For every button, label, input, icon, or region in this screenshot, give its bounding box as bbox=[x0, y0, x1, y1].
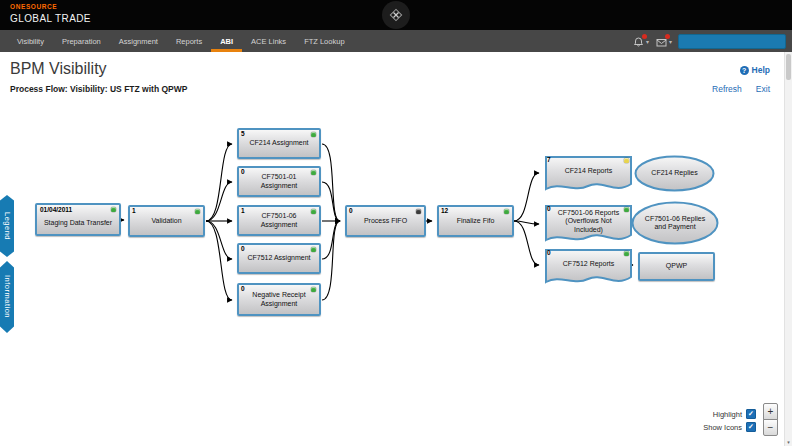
nav-item-assignment[interactable]: Assignment bbox=[110, 30, 167, 52]
flow-node-cf214-replies[interactable]: CF214 Replies bbox=[634, 155, 715, 192]
brand-logo: ONESOURCE GLOBAL TRADE bbox=[10, 4, 91, 24]
node-count: 1 bbox=[132, 207, 136, 214]
node-label: CF214 Assignment bbox=[239, 130, 319, 157]
alerts-button[interactable]: ▾ bbox=[632, 35, 649, 48]
scrollbar-thumb[interactable] bbox=[786, 54, 791, 80]
flow-node-validation[interactable]: 1 Validation bbox=[128, 205, 205, 237]
scroll-down-arrow-icon[interactable]: ▾ bbox=[785, 439, 792, 445]
main-navbar: Visibility Preparation Assignment Report… bbox=[0, 30, 792, 52]
node-count: 0 bbox=[241, 285, 245, 292]
node-count: 0 bbox=[349, 207, 353, 214]
brand-onesource: ONESOURCE bbox=[10, 4, 91, 11]
node-label: Finalize Fifo bbox=[439, 207, 512, 235]
node-count: 0 bbox=[547, 249, 551, 256]
node-count: 1 bbox=[241, 207, 245, 214]
highlight-option: Highlight ✓ bbox=[713, 409, 756, 419]
global-search-input[interactable] bbox=[678, 34, 786, 49]
node-count: 0 bbox=[547, 205, 551, 212]
node-label: CF214 Replies bbox=[634, 155, 715, 192]
nav-item-ace-links[interactable]: ACE Links bbox=[242, 30, 295, 52]
node-label: Staging Data Transfer bbox=[37, 205, 119, 234]
messages-badge bbox=[665, 34, 670, 39]
node-label: CF7501-01 Assignment bbox=[239, 168, 319, 195]
node-count: 5 bbox=[241, 130, 245, 137]
show-icons-label: Show Icons bbox=[703, 423, 742, 432]
brand-global-trade: GLOBAL TRADE bbox=[10, 14, 91, 24]
nav-right-tools: ▾ ▾ bbox=[632, 30, 786, 52]
flow-node-qpwp[interactable]: QPWP bbox=[638, 252, 715, 281]
nav-item-ftz-lookup[interactable]: FTZ Lookup bbox=[295, 30, 353, 52]
status-green-icon bbox=[195, 209, 200, 214]
flow-node-process-fifo[interactable]: 0 Process FIFO bbox=[345, 205, 426, 237]
node-label: Validation bbox=[130, 207, 203, 235]
show-icons-checkbox[interactable]: ✓ bbox=[746, 422, 756, 432]
nav-item-abi[interactable]: ABI bbox=[211, 30, 242, 52]
node-label: CF7501-06 Replies and Payment bbox=[631, 201, 719, 245]
highlight-label: Highlight bbox=[713, 410, 742, 419]
top-app-bar: ONESOURCE GLOBAL TRADE bbox=[0, 0, 792, 30]
node-label: CF214 Reports bbox=[545, 156, 632, 194]
diagram-options: Highlight ✓ Show Icons ✓ bbox=[703, 409, 756, 432]
node-count: 0 bbox=[241, 168, 245, 175]
status-green-icon bbox=[111, 207, 116, 212]
node-label: Process FIFO bbox=[347, 207, 424, 235]
node-count: 0 bbox=[241, 245, 245, 252]
flow-node-negative-receipt-assignment[interactable]: 0 Negative Receipt Assignment bbox=[237, 283, 321, 316]
chevron-down-icon: ▾ bbox=[669, 38, 672, 45]
process-flow-diagram: 01/04/2011 Staging Data Transfer 1 Valid… bbox=[0, 52, 792, 446]
flow-node-cf7512-assignment[interactable]: 0 CF7512 Assignment bbox=[237, 243, 321, 274]
node-count: 12 bbox=[441, 207, 448, 214]
status-green-icon bbox=[311, 132, 316, 137]
chevron-down-icon: ▾ bbox=[646, 38, 649, 45]
status-green-icon bbox=[624, 207, 629, 212]
flow-node-cf7501-01-assignment[interactable]: 0 CF7501-01 Assignment bbox=[237, 166, 321, 197]
node-label: CF7512 Assignment bbox=[239, 245, 319, 272]
flow-connectors bbox=[0, 52, 792, 446]
vertical-scrollbar[interactable]: ▾ bbox=[784, 52, 792, 446]
status-green-icon bbox=[624, 251, 629, 256]
node-label: QPWP bbox=[640, 254, 713, 279]
flow-node-cf214-reports[interactable]: 7 CF214 Reports bbox=[545, 156, 632, 194]
node-label: Negative Receipt Assignment bbox=[239, 285, 319, 314]
status-green-icon bbox=[311, 170, 316, 175]
status-green-icon bbox=[311, 209, 316, 214]
status-yellow-icon bbox=[624, 158, 629, 163]
zoom-out-button[interactable]: − bbox=[763, 419, 778, 436]
flow-node-cf7501-06-replies-and-payment[interactable]: CF7501-06 Replies and Payment bbox=[631, 201, 719, 245]
flow-node-cf7501-06-reports[interactable]: 0 CF7501-06 Reports (Overflows Not Inclu… bbox=[545, 205, 632, 245]
node-count: 7 bbox=[547, 156, 551, 163]
alerts-badge bbox=[642, 34, 647, 39]
node-label: CF7501-06 Assignment bbox=[239, 207, 319, 234]
nav-item-reports[interactable]: Reports bbox=[167, 30, 211, 52]
bell-icon bbox=[632, 35, 645, 48]
node-label-line1: CF7501-06 Reports bbox=[558, 209, 619, 217]
show-icons-option: Show Icons ✓ bbox=[703, 422, 756, 432]
nav-items: Visibility Preparation Assignment Report… bbox=[8, 30, 354, 52]
flow-node-cf7501-06-assignment[interactable]: 1 CF7501-06 Assignment bbox=[237, 205, 321, 236]
flow-node-cf214-assignment[interactable]: 5 CF214 Assignment bbox=[237, 128, 321, 159]
flow-node-cf7512-reports[interactable]: 0 CF7512 Reports bbox=[545, 249, 632, 287]
node-label: CF7501-06 Reports (Overflows Not Include… bbox=[545, 205, 632, 245]
zoom-in-button[interactable]: + bbox=[763, 403, 778, 420]
node-label: CF7512 Reports bbox=[545, 249, 632, 287]
flow-node-finalize-fifo[interactable]: 12 Finalize Fifo bbox=[437, 205, 514, 237]
envelope-icon bbox=[655, 35, 668, 48]
node-label-line2: (Overflows Not Included) bbox=[550, 217, 627, 233]
nav-item-visibility[interactable]: Visibility bbox=[8, 30, 53, 52]
status-green-icon bbox=[311, 247, 316, 252]
app-switcher-button[interactable] bbox=[382, 1, 410, 29]
status-green-icon bbox=[504, 209, 509, 214]
highlight-checkbox[interactable]: ✓ bbox=[746, 409, 756, 419]
zoom-control: + − bbox=[763, 403, 778, 436]
status-green-icon bbox=[311, 287, 316, 292]
app-grid-icon bbox=[388, 7, 404, 23]
status-dark-icon bbox=[416, 209, 421, 214]
nav-item-preparation[interactable]: Preparation bbox=[53, 30, 110, 52]
messages-button[interactable]: ▾ bbox=[655, 35, 672, 48]
flow-node-staging-data-transfer[interactable]: 01/04/2011 Staging Data Transfer bbox=[35, 203, 121, 236]
